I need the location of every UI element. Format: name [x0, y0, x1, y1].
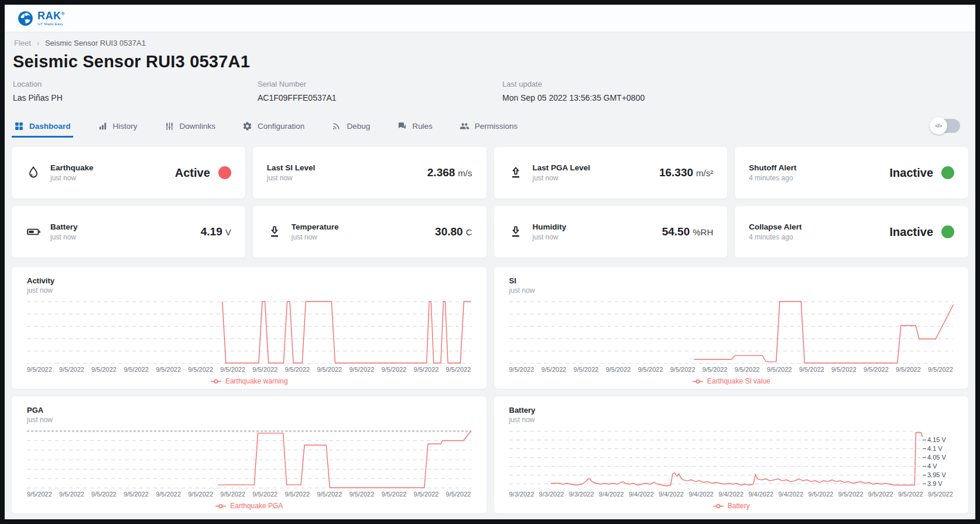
card-timestamp: just now — [267, 174, 316, 182]
tab-debug[interactable]: Debug — [330, 114, 371, 138]
chart-legend-earthquake-si-value[interactable]: Earthquake SI value — [509, 377, 954, 385]
y-axis-tick: 4.15 V — [923, 436, 946, 443]
breadcrumb-current: Seismic Sensor RUI3 0537A1 — [45, 39, 146, 47]
x-axis-label: 9/4/2022 — [718, 491, 743, 498]
status-text: Active — [175, 166, 210, 180]
y-axis-tick: 4 V — [923, 463, 937, 470]
breadcrumb-fleet-link[interactable]: Fleet — [14, 39, 31, 47]
x-axis-label: 9/4/2022 — [778, 491, 803, 498]
x-axis-label: 9/5/2022 — [285, 366, 310, 373]
card-value: 2.368 — [427, 166, 455, 179]
x-axis-label: 9/5/2022 — [382, 366, 407, 373]
legend-label: Earthquake PGA — [230, 502, 283, 510]
y-axis-tick: 3.95 V — [923, 471, 946, 478]
chart-timestamp: just now — [509, 416, 954, 424]
chart-card-pga: PGAjust now9/5/20229/5/20229/5/20229/5/2… — [12, 396, 486, 513]
x-axis-label: 9/5/2022 — [703, 366, 728, 373]
chart-grid: Activityjust now9/5/20229/5/20229/5/2022… — [12, 267, 968, 513]
x-axis-label: 9/5/2022 — [446, 366, 471, 373]
x-axis-label: 9/4/2022 — [659, 491, 684, 498]
legend-marker-icon — [692, 379, 704, 384]
series-line — [694, 302, 953, 363]
code-view-toggle[interactable]: </> — [933, 119, 960, 133]
tab-permissions[interactable]: Permissions — [458, 114, 519, 138]
chart-legend-battery[interactable]: Battery — [509, 502, 954, 510]
card-unit: m/s — [458, 168, 472, 178]
card-timestamp: 4 minutes ago — [749, 233, 801, 241]
x-axis-label: 9/5/2022 — [156, 491, 181, 498]
x-axis-label: 9/5/2022 — [220, 491, 245, 498]
x-axis-label: 9/5/2022 — [808, 491, 834, 498]
chart-plot-area: 4.15 V4.1 V4.05 V4 V3.95 V3.9 V — [509, 431, 923, 488]
chart-legend-earthquake-warning[interactable]: Earthquake warning — [27, 377, 471, 385]
card-value: 54.50 — [662, 225, 690, 238]
x-axis-label: 9/5/2022 — [317, 366, 342, 373]
legend-label: Earthquake warning — [225, 377, 288, 385]
rak-logo[interactable]: RAK® IoT Made Easy — [18, 11, 65, 26]
status-card-grid: Earthquakejust nowActiveLast SI Leveljus… — [12, 147, 968, 258]
x-axis-label: 9/5/2022 — [124, 366, 149, 373]
chart-series-battery — [509, 431, 923, 488]
x-axis-label: 9/5/2022 — [767, 366, 792, 373]
tab-downlinks[interactable]: Downlinks — [163, 114, 217, 138]
tab-dashboard[interactable]: Dashboard — [13, 114, 72, 138]
battery-icon — [26, 224, 41, 239]
chart-timestamp: just now — [27, 286, 471, 294]
x-axis-label: 9/5/2022 — [509, 366, 534, 373]
x-axis-label: 9/5/2022 — [838, 491, 864, 498]
chart-card-activity: Activityjust now9/5/20229/5/20229/5/2022… — [12, 267, 486, 389]
tab-label: Dashboard — [29, 122, 71, 131]
chart-plot-area — [509, 302, 954, 363]
x-axis-labels: 9/5/20229/5/20229/5/20229/5/20229/5/2022… — [27, 366, 471, 373]
x-axis-label: 9/5/2022 — [799, 366, 824, 373]
meta-label: Location — [13, 80, 258, 88]
x-axis-label: 9/5/2022 — [124, 491, 149, 498]
meta-serial-number: Serial Number AC1F09FFFE0537A1 — [258, 80, 502, 102]
chart-plot-area — [27, 302, 471, 363]
tab-rules[interactable]: Rules — [396, 114, 434, 138]
x-axis-label: 9/5/2022 — [414, 491, 439, 498]
chart-legend-earthquake-pga[interactable]: Earthquake PGA — [27, 502, 471, 510]
x-axis-label: 9/4/2022 — [599, 491, 624, 498]
tab-history[interactable]: History — [97, 114, 139, 138]
x-axis-label: 9/3/2022 — [569, 491, 594, 498]
x-axis-label: 9/5/2022 — [928, 491, 953, 498]
x-axis-label: 9/5/2022 — [864, 366, 889, 373]
tab-bar: DashboardHistoryDownlinksConfigurationDe… — [12, 114, 968, 138]
card-timestamp: 4 minutes ago — [749, 174, 796, 182]
code-icon: </> — [930, 117, 947, 135]
legend-marker-icon — [712, 504, 724, 509]
series-line — [550, 433, 923, 486]
y-axis-tick: 4.1 V — [923, 445, 943, 452]
bar-chart-icon — [98, 121, 108, 131]
x-axis-label: 9/5/2022 — [27, 366, 52, 373]
y-axis-tick: 4.05 V — [923, 454, 946, 461]
x-axis-label: 9/5/2022 — [91, 491, 116, 498]
card-unit: C — [466, 227, 472, 237]
x-axis-label: 9/5/2022 — [59, 491, 84, 498]
tab-label: Downlinks — [180, 122, 216, 131]
download-icon — [508, 224, 523, 239]
brand-tagline: IoT Made Easy — [37, 22, 65, 26]
x-axis-label: 9/5/2022 — [188, 366, 213, 373]
brand-name: RAK® — [37, 11, 65, 21]
card-timestamp: just now — [50, 233, 78, 241]
tab-label: History — [113, 122, 138, 131]
x-axis-label: 9/5/2022 — [188, 491, 213, 498]
gear-icon — [242, 121, 252, 131]
chart-title: Activity — [27, 276, 471, 285]
tab-list: DashboardHistoryDownlinksConfigurationDe… — [13, 114, 543, 138]
card-value: 30.80 — [435, 225, 463, 238]
card-timestamp: just now — [50, 174, 94, 182]
breadcrumb: Fleet › Seismic Sensor RUI3 0537A1 — [12, 39, 968, 47]
x-axis-label: 9/5/2022 — [574, 366, 599, 373]
water-drop-icon — [26, 165, 41, 180]
tab-label: Debug — [347, 122, 370, 131]
meta-label: Serial Number — [258, 80, 502, 88]
tab-configuration[interactable]: Configuration — [241, 114, 306, 138]
status-card-shutoff-alert: Shutoff Alert4 minutes agoInactive — [735, 147, 968, 198]
meta-value: Mon Sep 05 2022 13:56:35 GMT+0800 — [502, 93, 747, 102]
chart-card-battery: Batteryjust now4.15 V4.1 V4.05 V4 V3.95 … — [494, 396, 969, 513]
card-title: Shutoff Alert — [749, 163, 796, 172]
legend-marker-icon — [210, 379, 222, 384]
